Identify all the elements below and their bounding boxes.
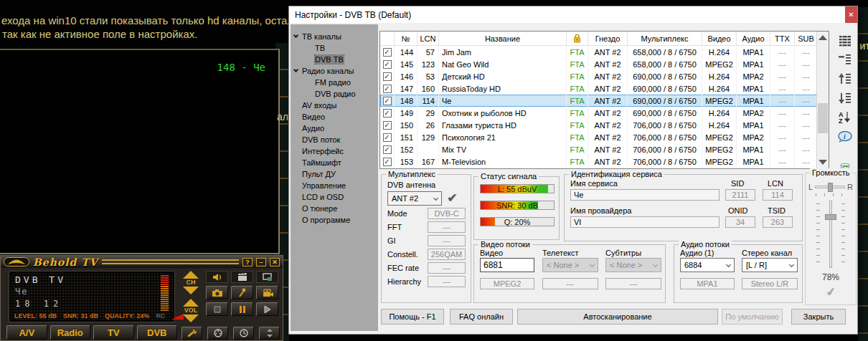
cell-check[interactable]: ✓ — [380, 143, 395, 155]
service-name-value[interactable]: Че — [570, 189, 720, 201]
channel-checkbox[interactable]: ✓ — [383, 133, 392, 142]
channel-checkbox[interactable]: ✓ — [383, 121, 392, 130]
tree-item[interactable]: Управление — [291, 180, 378, 191]
cell-check[interactable]: ✓ — [380, 131, 395, 143]
cell-check[interactable]: ✓ — [380, 70, 395, 82]
tree-item[interactable]: ТВ — [291, 42, 378, 54]
move-down-icon[interactable] — [838, 91, 852, 105]
cell-check[interactable]: ✓ — [380, 155, 395, 168]
audio-pid-select[interactable]: 6884 — [680, 258, 735, 272]
column-header-lcn[interactable]: LCN — [418, 32, 439, 45]
balance-slider[interactable]: L R — [808, 182, 853, 192]
channel-list-icon[interactable] — [838, 34, 852, 48]
column-header-video[interactable]: Видео — [702, 32, 737, 45]
column-header-mux[interactable]: Мультиплекс — [628, 32, 702, 45]
cell-check[interactable]: ✓ — [380, 58, 395, 70]
autoscan-button[interactable]: Автосканирование — [517, 309, 718, 325]
volume-up-button[interactable] — [183, 299, 199, 307]
dialog-close-button[interactable]: ✕ — [845, 6, 857, 23]
player-titlebar[interactable]: Behold TV ? – ✕ — [1, 256, 283, 268]
table-row[interactable]: ✓14653Детский HDFTAANT #2690,000 / 8 / 6… — [380, 70, 829, 82]
mode-button-dvb[interactable]: DVB — [137, 325, 178, 340]
column-header-check[interactable] — [380, 32, 395, 45]
faq-online-button[interactable]: FAQ онлайн — [450, 309, 513, 325]
tree-item[interactable]: AV входы — [291, 100, 378, 111]
player-close-button[interactable]: ✕ — [270, 258, 280, 266]
snapshot-camera-button[interactable] — [206, 286, 228, 299]
antenna-select[interactable]: ANT #2 — [387, 191, 442, 206]
cell-check[interactable]: ✓ — [380, 82, 395, 95]
balance-track[interactable] — [815, 186, 845, 188]
tree-item[interactable]: Радио каналы — [291, 65, 378, 77]
sort-az-icon[interactable]: AZ — [838, 110, 852, 124]
remove-channel-icon[interactable] — [838, 52, 852, 67]
table-scrollbar[interactable] — [816, 32, 829, 168]
channel-checkbox[interactable]: ✓ — [383, 109, 392, 117]
close-button[interactable]: Закрыть — [791, 309, 846, 325]
tree-item[interactable]: DVB радио — [291, 88, 378, 100]
volume-slider[interactable] — [815, 201, 846, 268]
volume-thumb[interactable] — [825, 214, 836, 220]
volume-track[interactable] — [829, 201, 832, 268]
channel-checkbox[interactable]: ✓ — [383, 158, 392, 166]
column-header-name[interactable]: Название — [439, 32, 567, 45]
record-camcorder-button[interactable] — [256, 286, 278, 299]
table-row[interactable]: ✓145123Nat Geo WildFTAANT #2658,000 / 8 … — [380, 58, 829, 70]
tree-item[interactable]: DVB поток — [291, 134, 378, 145]
channel-checkbox[interactable]: ✓ — [383, 72, 392, 81]
chevron-expanded-icon[interactable] — [293, 33, 298, 38]
mode-button-tv[interactable]: TV — [93, 325, 134, 340]
channel-checkbox[interactable]: ✓ — [383, 48, 392, 57]
tree-item[interactable]: DVB ТВ — [291, 54, 378, 65]
chevron-expanded-icon[interactable] — [293, 67, 298, 72]
channel-checkbox[interactable]: ✓ — [383, 85, 392, 93]
column-header-lock[interactable] — [567, 32, 588, 45]
channel-checkbox[interactable]: ✓ — [383, 97, 392, 105]
column-header-audio[interactable]: Аудио — [737, 32, 770, 45]
scroll-up-icon[interactable] — [819, 35, 827, 40]
player-minimize-button[interactable]: – — [256, 258, 266, 266]
media-film-button[interactable] — [207, 327, 228, 340]
table-row[interactable]: ✓151129Психология 21FTAANT #2706,000 / 8… — [380, 131, 829, 143]
volume-down-button[interactable] — [183, 314, 199, 322]
help-button[interactable]: Помощь - F1 — [381, 309, 444, 325]
tree-item[interactable]: FM радио — [291, 77, 378, 88]
clapperboard-icon[interactable] — [231, 271, 253, 283]
updown-arrows-button[interactable] — [259, 327, 280, 340]
table-row[interactable]: ✓14929Охотник и рыболов HDFTAANT #2690,0… — [380, 107, 829, 119]
move-up-icon[interactable] — [838, 72, 852, 86]
defaults-button[interactable]: По умолчанию — [722, 309, 783, 325]
table-row[interactable]: ✓14457Jim JamFTAANT #2658,000 / 8 / 6750… — [380, 46, 829, 58]
tree-item[interactable]: LCD и OSD — [291, 191, 378, 203]
tree-item[interactable]: О программе — [291, 214, 378, 226]
scheduler-clock-button[interactable] — [233, 327, 254, 340]
settings-wrench-button[interactable] — [181, 327, 202, 340]
player-help-button[interactable]: ? — [242, 258, 253, 266]
microphone-button[interactable] — [231, 286, 253, 299]
column-header-num[interactable]: № — [395, 32, 418, 45]
table-row[interactable]: ✓15026Глазами туриста HDFTAANT #2706,000… — [380, 119, 829, 131]
cell-check[interactable]: ✓ — [380, 95, 395, 107]
balance-thumb[interactable] — [828, 183, 833, 192]
scrollbar-thumb[interactable] — [818, 103, 828, 133]
tree-item[interactable]: Аудио — [291, 123, 378, 134]
tree-item[interactable]: ТВ каналы — [291, 31, 378, 42]
tree-item[interactable]: Интерфейс — [291, 145, 378, 157]
scroll-down-icon[interactable] — [819, 160, 827, 165]
stop-button[interactable] — [206, 302, 228, 316]
mode-button-av[interactable]: A/V — [6, 325, 47, 340]
cell-check[interactable]: ✓ — [380, 107, 395, 119]
channel-down-button[interactable] — [183, 287, 199, 294]
video-pid-input[interactable]: 6881 — [480, 258, 534, 272]
channel-info-icon[interactable]: i — [838, 130, 852, 144]
tree-item[interactable]: О тюнере — [291, 203, 378, 214]
video-window[interactable]: 148 - Че — [0, 49, 280, 254]
column-header-sub[interactable]: SUB — [795, 32, 818, 45]
tree-item[interactable]: Пульт ДУ — [291, 168, 378, 180]
mode-button-radio[interactable]: Radio — [50, 325, 91, 340]
tree-item[interactable]: Таймшифт — [291, 157, 378, 168]
stereo-select[interactable]: [L / R] — [742, 258, 798, 272]
play-button[interactable] — [256, 302, 278, 316]
tree-item[interactable]: Видео — [291, 111, 378, 123]
pip-monitor-icon[interactable] — [256, 271, 278, 283]
